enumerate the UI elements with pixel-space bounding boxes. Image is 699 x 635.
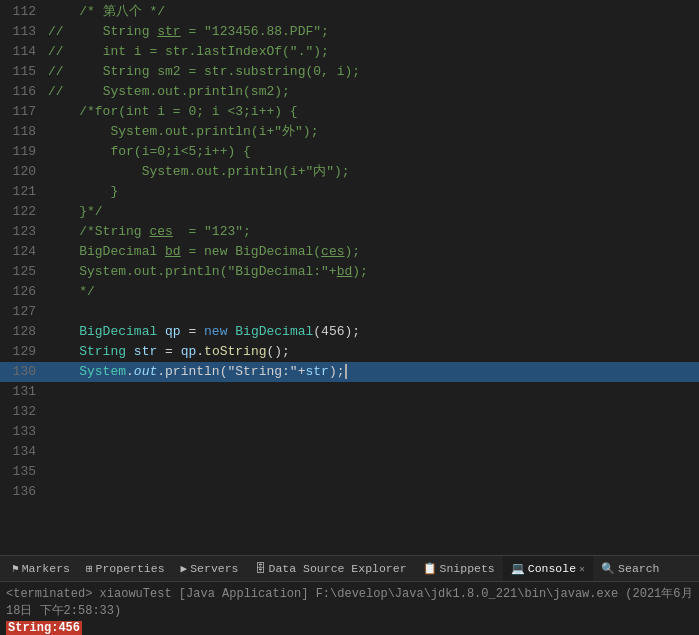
code-line: 132: [0, 402, 699, 422]
line-number: 135: [0, 462, 48, 482]
token: */: [79, 284, 95, 299]
line-number: 127: [0, 302, 48, 322]
tab-label: Markers: [22, 562, 70, 575]
line-number: 117: [0, 102, 48, 122]
tab-item-servers[interactable]: ▶Servers: [173, 556, 247, 582]
tab-label: Servers: [190, 562, 238, 575]
tab-label: Data Source Explorer: [269, 562, 407, 575]
line-content: /* 第八个 */: [48, 2, 699, 22]
code-line: 120 System.out.println(i+"内");: [0, 162, 699, 182]
code-line: 116// System.out.println(sm2);: [0, 82, 699, 102]
token: bd: [165, 244, 181, 259]
token: /*String: [79, 224, 149, 239]
tab-icon: 🗄: [255, 562, 266, 575]
code-line: 122 }*/: [0, 202, 699, 222]
code-line: 119 for(i=0;i<5;i++) {: [0, 142, 699, 162]
code-line: 127: [0, 302, 699, 322]
token: //: [48, 84, 71, 99]
token: ces: [149, 224, 172, 239]
line-number: 124: [0, 242, 48, 262]
line-number: 122: [0, 202, 48, 222]
tab-item-properties[interactable]: ⊞Properties: [78, 556, 173, 582]
tab-label: Snippets: [440, 562, 495, 575]
line-number: 130: [0, 362, 48, 382]
editor-area: 112 /* 第八个 */113// String str = "123456.…: [0, 0, 699, 555]
line-content: */: [48, 282, 699, 302]
console-area: <terminated> xiaowuTest [Java Applicatio…: [0, 581, 699, 635]
line-number: 133: [0, 422, 48, 442]
line-content: BigDecimal bd = new BigDecimal(ces);: [48, 242, 699, 262]
code-line: 118 System.out.println(i+"外");: [0, 122, 699, 142]
token: //: [48, 44, 71, 59]
code-line: 124 BigDecimal bd = new BigDecimal(ces);: [0, 242, 699, 262]
token: toString: [204, 344, 266, 359]
code-line: 115// String sm2 = str.substring(0, i);: [0, 62, 699, 82]
line-content: }: [48, 182, 699, 202]
code-line: 133: [0, 422, 699, 442]
console-output: String:456: [6, 621, 693, 635]
code-line: 128 BigDecimal qp = new BigDecimal(456);: [0, 322, 699, 342]
token: }*/: [79, 204, 102, 219]
token: System: [79, 364, 126, 379]
token: bd: [337, 264, 353, 279]
token: //: [48, 64, 71, 79]
token: = new BigDecimal(: [181, 244, 321, 259]
code-line: 135: [0, 462, 699, 482]
line-content: // System.out.println(sm2);: [48, 82, 699, 102]
code-line: 136: [0, 482, 699, 502]
token: System.out.println(sm2);: [103, 84, 290, 99]
token: ces: [321, 244, 344, 259]
code-line: 113// String str = "123456.88.PDF";: [0, 22, 699, 42]
line-number: 114: [0, 42, 48, 62]
token: System.out.println(i+"外");: [110, 124, 318, 139]
token: int: [126, 104, 149, 119]
token: );: [345, 244, 361, 259]
token: qp: [181, 344, 197, 359]
tab-label: Search: [618, 562, 659, 575]
line-number: 116: [0, 82, 48, 102]
token: String: [103, 24, 158, 39]
token: String: [79, 344, 126, 359]
token: /* 第八个 */: [79, 4, 165, 19]
line-number: 121: [0, 182, 48, 202]
tab-close-button[interactable]: ✕: [579, 563, 585, 575]
line-number: 120: [0, 162, 48, 182]
line-content: }*/: [48, 202, 699, 222]
line-number: 134: [0, 442, 48, 462]
tab-item-data-source-explorer[interactable]: 🗄Data Source Explorer: [247, 556, 415, 582]
line-content: // String sm2 = str.substring(0, i);: [48, 62, 699, 82]
line-content: String str = qp.toString();: [48, 342, 699, 362]
token: BigDecimal: [235, 324, 313, 339]
line-number: 129: [0, 342, 48, 362]
line-number: 126: [0, 282, 48, 302]
line-number: 136: [0, 482, 48, 502]
token: BigDecimal: [79, 244, 165, 259]
code-line: 123 /*String ces = "123";: [0, 222, 699, 242]
tab-icon: 🔍: [601, 562, 615, 575]
token: //: [48, 24, 71, 39]
line-number: 112: [0, 2, 48, 22]
line-content: System.out.println(i+"内");: [48, 162, 699, 182]
token: BigDecimal: [79, 324, 157, 339]
tab-item-markers[interactable]: ⚑Markers: [4, 556, 78, 582]
code-line: 121 }: [0, 182, 699, 202]
token: i = str.lastIndexOf(".");: [126, 44, 329, 59]
tab-icon: 📋: [423, 562, 437, 575]
token: = "123456.88.PDF";: [181, 24, 329, 39]
code-line: 131: [0, 382, 699, 402]
code-line: 130 System.out.println("String:"+str);: [0, 362, 699, 382]
line-number: 131: [0, 382, 48, 402]
tab-item-search[interactable]: 🔍Search: [593, 556, 667, 582]
tab-item-snippets[interactable]: 📋Snippets: [415, 556, 503, 582]
tab-item-console[interactable]: 💻Console ✕: [503, 556, 593, 582]
token: out: [134, 364, 157, 379]
line-number: 123: [0, 222, 48, 242]
token: System.out.println(i+"内");: [142, 164, 350, 179]
line-number: 115: [0, 62, 48, 82]
code-line: 126 */: [0, 282, 699, 302]
tab-icon: ⚑: [12, 562, 19, 575]
token: String sm2 = str.substring(0, i);: [103, 64, 360, 79]
tab-label: Console: [528, 562, 576, 575]
code-line: 114// int i = str.lastIndexOf(".");: [0, 42, 699, 62]
line-number: 118: [0, 122, 48, 142]
